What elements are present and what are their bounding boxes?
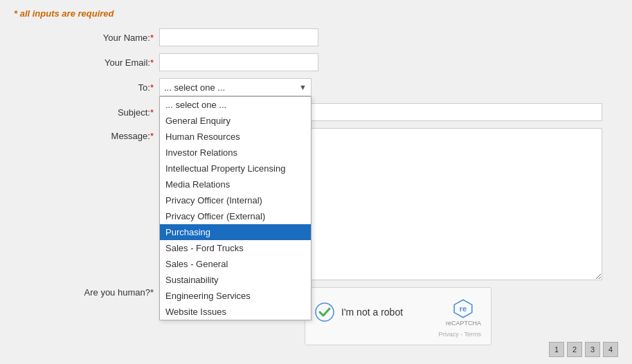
name-label: Your Name:* — [14, 33, 159, 43]
page-btn-1[interactable]: 1 — [549, 342, 564, 357]
select-arrow-icon: ▼ — [299, 83, 307, 91]
to-label: To:* — [14, 82, 159, 93]
dropdown-option-purchasing[interactable]: Purchasing — [160, 224, 311, 240]
captcha-container[interactable]: I'm not a robot re reCAPTCHA Privacy - T… — [305, 287, 491, 345]
are-you-human-row: Are you human?* I'm not a robot — [14, 287, 618, 345]
select-display-text: ... select one ... — [164, 82, 225, 93]
dropdown-option-ip-licensing[interactable]: Intellectual Property Licensing — [160, 161, 311, 176]
message-label: Message:* — [14, 128, 159, 141]
to-dropdown: ... select one ... General Enquiry Human… — [159, 96, 312, 320]
email-input[interactable] — [159, 53, 318, 71]
required-notice: * all inputs are required — [14, 8, 618, 19]
dropdown-option-sales-ford[interactable]: Sales - Ford Trucks — [160, 240, 311, 256]
captcha-label: I'm not a robot — [341, 307, 403, 318]
email-row: Your Email:* — [14, 53, 618, 71]
name-input[interactable] — [159, 28, 318, 46]
dropdown-option-sales-general[interactable]: Sales - General — [160, 256, 311, 272]
captcha-left: I'm not a robot — [315, 302, 403, 322]
captcha-logo: re reCAPTCHA — [446, 298, 481, 327]
page-container: * all inputs are required Your Name:* Yo… — [0, 0, 632, 364]
dropdown-option-engineering[interactable]: Engineering Services — [160, 288, 311, 304]
page-btn-3[interactable]: 3 — [585, 342, 600, 357]
svg-text:re: re — [460, 304, 467, 313]
dropdown-option-select-one[interactable]: ... select one ... — [160, 97, 311, 113]
pagination-area: 1 2 3 4 — [549, 342, 618, 357]
dropdown-option-sustainability[interactable]: Sustainability — [160, 272, 311, 288]
dropdown-option-privacy-internal[interactable]: Privacy Officer (Internal) — [160, 192, 311, 208]
captcha-checkmark-icon — [315, 302, 334, 322]
dropdown-option-website[interactable]: Website Issues — [160, 304, 311, 320]
dropdown-option-general-enquiry[interactable]: General Enquiry — [160, 113, 311, 129]
to-select[interactable]: ... select one ... ▼ — [159, 78, 312, 96]
page-btn-4[interactable]: 4 — [603, 342, 618, 357]
subject-label: Subject:* — [14, 107, 159, 118]
to-select-container: ... select one ... ▼ ... select one ... … — [159, 78, 312, 96]
svg-point-0 — [316, 303, 334, 321]
to-row: To:* ... select one ... ▼ ... select one… — [14, 78, 618, 96]
message-row: Message:* — [14, 128, 618, 280]
captcha-footer[interactable]: Privacy - Terms — [315, 331, 481, 338]
dropdown-option-human-resources[interactable]: Human Resources — [160, 129, 311, 145]
captcha-brand: reCAPTCHA — [446, 320, 481, 327]
dropdown-option-investor-relations[interactable]: Investor Relations — [160, 145, 311, 161]
dropdown-option-media-relations[interactable]: Media Relations — [160, 176, 311, 192]
are-you-human-label: Are you human?* — [14, 287, 159, 298]
email-label: Your Email:* — [14, 57, 159, 68]
captcha-inner: I'm not a robot re reCAPTCHA — [315, 298, 481, 327]
dropdown-option-privacy-external[interactable]: Privacy Officer (External) — [160, 208, 311, 224]
page-btn-2[interactable]: 2 — [567, 342, 582, 357]
subject-row: Subject:* — [14, 103, 618, 121]
name-row: Your Name:* — [14, 28, 618, 46]
